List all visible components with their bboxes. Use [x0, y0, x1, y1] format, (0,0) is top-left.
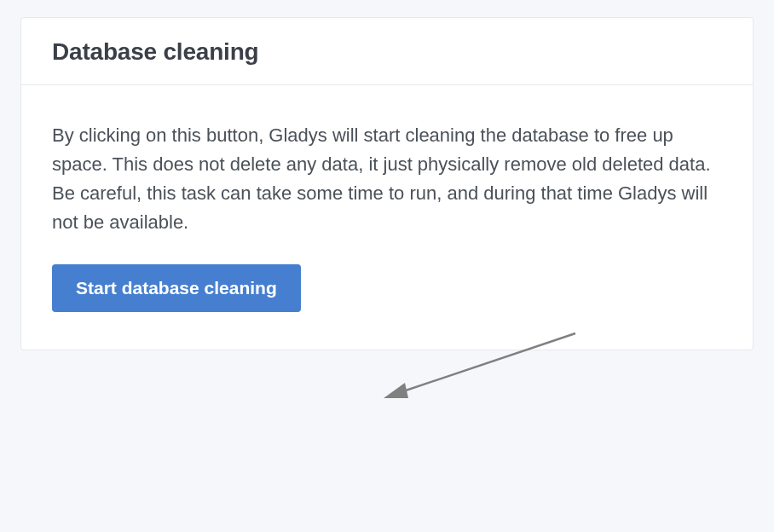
card-header: Database cleaning: [21, 18, 753, 85]
svg-marker-1: [384, 383, 408, 398]
card-title: Database cleaning: [52, 38, 722, 66]
start-database-cleaning-button[interactable]: Start database cleaning: [52, 264, 301, 312]
card-body: By clicking on this button, Gladys will …: [21, 85, 753, 350]
card-description: By clicking on this button, Gladys will …: [52, 121, 722, 237]
database-cleaning-card: Database cleaning By clicking on this bu…: [20, 17, 754, 350]
